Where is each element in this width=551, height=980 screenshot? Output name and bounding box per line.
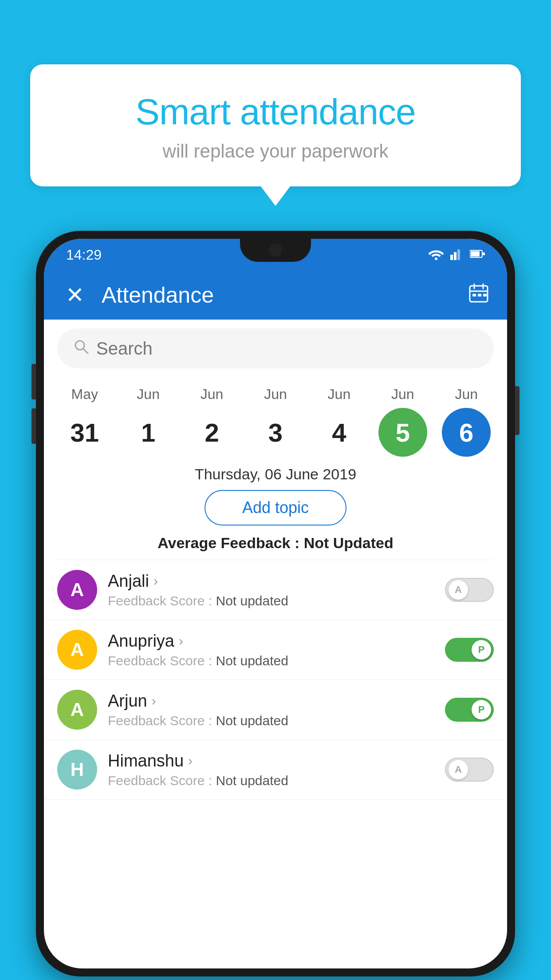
list-item[interactable]: AAnjali ›Feedback Score : Not updatedA [44,560,507,620]
attendance-toggle[interactable]: P [445,698,494,722]
avatar: A [57,630,97,670]
svg-rect-2 [454,252,457,260]
calendar-day[interactable]: Jun4 [310,386,368,457]
selected-date-label: Thursday, 06 June 2019 [44,457,507,490]
svg-rect-3 [457,249,460,260]
student-info: Himanshu ›Feedback Score : Not updated [108,751,434,788]
calendar-day[interactable]: May31 [56,386,114,457]
cal-date-number[interactable]: 2 [188,408,236,457]
wifi-icon [428,248,444,262]
student-name: Himanshu › [108,751,434,771]
attendance-toggle[interactable]: P [445,638,494,662]
calendar-day[interactable]: Jun5 [374,386,432,457]
signal-icon [450,248,464,262]
speech-bubble: Smart attendance will replace your paper… [30,64,521,186]
calendar-day[interactable]: Jun3 [247,386,304,457]
calendar-day[interactable]: Jun6 [437,386,495,457]
svg-line-15 [83,348,88,353]
calendar-day[interactable]: Jun2 [183,386,241,457]
attendance-toggle[interactable]: A [445,578,494,602]
cal-month-label: Jun [264,386,287,403]
student-info: Anupriya ›Feedback Score : Not updated [108,632,434,668]
cal-month-label: Jun [455,386,478,403]
power-button [515,386,520,435]
cal-date-number[interactable]: 31 [60,408,109,457]
list-item[interactable]: HHimanshu ›Feedback Score : Not updatedA [44,740,507,800]
toggle-knob: A [449,580,468,600]
student-name: Anjali › [108,572,434,591]
list-item[interactable]: AAnupriya ›Feedback Score : Not updatedP [44,620,507,680]
student-info: Anjali ›Feedback Score : Not updated [108,572,434,609]
student-name: Arjun › [108,692,434,711]
svg-rect-11 [472,294,476,296]
svg-rect-6 [483,253,485,255]
svg-rect-13 [483,294,487,296]
student-list: AAnjali ›Feedback Score : Not updatedAAA… [44,560,507,800]
cal-month-label: Jun [137,386,160,403]
chevron-right-icon: › [153,573,158,589]
add-topic-button[interactable]: Add topic [205,490,346,526]
cal-date-number[interactable]: 4 [315,408,363,457]
search-icon [73,339,89,359]
list-item[interactable]: AArjun ›Feedback Score : Not updatedP [44,680,507,740]
feedback-score: Feedback Score : Not updated [108,653,434,668]
cal-date-number[interactable]: 3 [251,408,300,457]
battery-icon [470,249,485,260]
toggle-knob: P [472,640,491,660]
status-icons [428,248,485,262]
volume-up-button [31,364,36,399]
cal-month-label: Jun [201,386,224,403]
calendar-icon[interactable] [468,282,489,308]
toggle-knob: A [449,760,468,779]
phone-mockup: 14:29 [36,231,515,976]
attendance-toggle[interactable]: A [445,758,494,782]
feedback-score: Feedback Score : Not updated [108,593,434,609]
status-time: 14:29 [66,247,102,263]
chevron-right-icon: › [152,693,156,708]
volume-down-button [31,408,36,444]
average-feedback: Average Feedback : Not Updated [44,534,507,560]
chevron-right-icon: › [179,633,183,648]
search-container [57,328,494,368]
student-name: Anupriya › [108,632,434,651]
feedback-score: Feedback Score : Not updated [108,713,434,728]
phone-notch [240,239,311,262]
close-button[interactable]: ✕ [62,282,88,308]
bubble-title: Smart attendance [52,91,499,133]
search-input[interactable] [96,339,478,359]
svg-rect-12 [478,294,481,296]
bubble-subtitle: will replace your paperwork [52,141,499,162]
cal-date-number[interactable]: 5 [378,408,427,457]
avatar: H [57,750,97,790]
cal-date-number[interactable]: 6 [442,408,491,457]
cal-month-label: Jun [328,386,351,403]
svg-rect-5 [471,251,480,257]
cal-date-number[interactable]: 1 [124,408,173,457]
toggle-knob: P [472,700,491,719]
cal-month-label: May [71,386,98,403]
svg-rect-1 [450,255,453,260]
avatar: A [57,690,97,730]
svg-point-0 [435,257,437,260]
avatar: A [57,570,97,610]
student-info: Arjun ›Feedback Score : Not updated [108,692,434,728]
calendar-day[interactable]: Jun1 [119,386,177,457]
cal-month-label: Jun [391,386,414,403]
calendar-strip: May31Jun1Jun2Jun3Jun4Jun5Jun6 [44,377,507,457]
app-bar: ✕ Attendance [44,271,507,320]
feedback-score: Feedback Score : Not updated [108,773,434,788]
app-title: Attendance [102,282,455,308]
chevron-right-icon: › [188,753,193,768]
